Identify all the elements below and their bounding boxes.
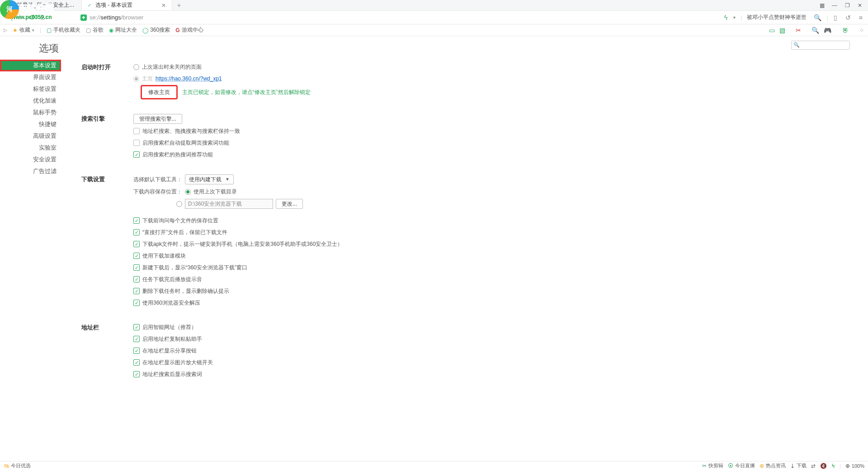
dl-chk-1[interactable]: ✓ — [133, 229, 140, 235]
download-radio-lastdir[interactable] — [185, 189, 191, 195]
download-tool-select[interactable]: 使用内建下载 ▼ — [185, 174, 234, 184]
window-max-button[interactable]: ❐ — [842, 1, 853, 10]
window-close-button[interactable]: ✕ — [854, 1, 865, 10]
startup-radio-lastsession-label: 上次退出时未关闭的页面 — [142, 62, 202, 71]
home-button[interactable]: ⌂ — [38, 14, 47, 22]
section-startup-label: 启动时打开 — [81, 62, 133, 101]
startup-radio-homepage-label: 主页 — [142, 74, 153, 83]
bookmark-item-0[interactable]: ▢手机收藏夹 — [47, 26, 80, 34]
bookmark-fav-label: 收藏 — [19, 26, 30, 34]
section-download-label: 下载设置 — [81, 174, 133, 310]
download-path-input[interactable] — [185, 199, 273, 209]
url-text: se://settings/browser — [90, 14, 143, 21]
ab-chk-2[interactable]: ✓ — [133, 348, 140, 354]
speed-icon[interactable]: ϟ — [724, 14, 728, 21]
bookmark-fav[interactable]: ★ 收藏 ▾ — [13, 26, 34, 34]
scissors-icon[interactable]: ✂ — [796, 27, 801, 34]
download-radio-lastdir-label: 使用上次下载目录 — [193, 187, 237, 196]
url-box[interactable]: ✚ se://settings/browser — [80, 13, 143, 23]
phone-folder-icon: ▢ — [47, 27, 52, 33]
modify-homepage-button[interactable]: 修改主页 — [142, 86, 177, 99]
ab-chk-1[interactable]: ✓ — [133, 336, 140, 342]
address-right-cluster: ϟ ▾ | 被邓小平点赞财神爷逝世 🔍 | ▯ ↺ ≡ — [724, 14, 865, 21]
search-chk-hotwords[interactable]: ✓ — [133, 151, 140, 158]
dl-chk-2[interactable]: ✓ — [133, 241, 140, 247]
window-grid-button[interactable]: ▦ — [816, 1, 827, 10]
bookmark-item-4[interactable]: G游戏中心 — [175, 26, 203, 34]
download-change-path-button[interactable]: 更改... — [276, 199, 303, 209]
search-icon[interactable]: 🔍 — [811, 14, 824, 21]
section-search-label: 搜索引擎 — [81, 114, 133, 162]
forward-button[interactable]: 〉 — [16, 13, 27, 22]
bookmark-item-3[interactable]: ◯360搜索 — [142, 26, 170, 34]
tab-1[interactable]: ✓ 选项 - 基本设置 ✕ — [82, 0, 172, 10]
phone-icon[interactable]: ▯ — [831, 14, 840, 21]
sidebar-item-lab[interactable]: 实验室 — [0, 142, 61, 154]
address-bar: 〈 〉 ⟳ ⌂ ✚ se://settings/browser ϟ ▾ | 被邓… — [0, 11, 868, 24]
news-ticker[interactable]: 被邓小平点赞财神爷逝世 — [745, 14, 808, 21]
bookmark-item-1[interactable]: ▢谷歌 — [86, 26, 104, 34]
gamepad-icon[interactable]: 🎮 — [824, 27, 831, 34]
sidebar-item-speed[interactable]: 优化加速 — [0, 95, 61, 107]
download-radio-custompath[interactable] — [176, 201, 182, 207]
settings-search: 🔍 — [791, 41, 850, 50]
window-controls: ▦ — ❐ ✕ — [816, 1, 868, 10]
back-button[interactable]: 〈 — [3, 11, 15, 24]
screenshot-icon[interactable]: ▧ — [779, 27, 785, 34]
dl-chk-5[interactable]: ✓ — [133, 276, 140, 282]
section-addressbar-label: 地址栏 — [81, 323, 133, 381]
search-ext-icon[interactable]: 🔍 — [811, 27, 819, 34]
bookmark-item-2[interactable]: ◉网址大全 — [109, 26, 137, 34]
manage-search-engines-button[interactable]: 管理搜索引擎... — [133, 114, 182, 124]
tab-1-close-icon[interactable]: ✕ — [160, 2, 167, 9]
game-icon: G — [175, 27, 179, 33]
dl-chk-6[interactable]: ✓ — [133, 288, 140, 294]
sidebar-item-advanced[interactable]: 高级设置 — [0, 130, 61, 142]
menu-icon[interactable]: ≡ — [856, 14, 865, 21]
bookmark-chevron-icon[interactable]: ▷ — [4, 28, 7, 33]
new-tab-button[interactable]: ＋ — [172, 1, 186, 9]
reload-button[interactable]: ⟳ — [28, 13, 38, 22]
nav-buttons: 〈 〉 ⟳ ⌂ — [3, 11, 75, 24]
ab-chk-4[interactable]: ✓ — [133, 371, 140, 377]
dl-chk-4[interactable]: ✓ — [133, 264, 140, 271]
undo-icon[interactable]: ↺ — [843, 14, 854, 21]
lock-icon: ✚ — [80, 14, 87, 21]
dl-chk-7[interactable]: ✓ — [133, 300, 140, 306]
section-search: 搜索引擎 管理搜索引擎... ✓地址栏搜索、拖拽搜索与搜索栏保持一致 ✓启用搜索… — [81, 114, 850, 162]
page-title: 选项 — [39, 42, 59, 55]
shield-icon[interactable]: ⛨ — [842, 27, 849, 34]
sidebar-item-ui[interactable]: 界面设置 — [0, 71, 61, 83]
dropdown-icon[interactable]: ▾ — [731, 15, 738, 20]
tab-0-title: 360导航_新一代安全上网导航 — [14, 1, 77, 9]
sidebar-item-mouse[interactable]: 鼠标手势 — [0, 107, 61, 118]
sidebar-item-adblock[interactable]: 广告过滤 — [0, 165, 61, 177]
dl-chk-3[interactable]: ✓ — [133, 253, 140, 259]
apps-icon[interactable]: ⁘ — [859, 27, 864, 34]
sidebar-item-security[interactable]: 安全设置 — [0, 154, 61, 165]
bookmark-bar: ▷ ★ 收藏 ▾ | ▢手机收藏夹 ▢谷歌 ◉网址大全 ◯360搜索 G游戏中心… — [0, 24, 868, 36]
startup-radio-homepage[interactable] — [133, 76, 139, 82]
search-chk-extract[interactable]: ✓ — [133, 140, 140, 146]
ab-chk-3[interactable]: ✓ — [133, 359, 140, 366]
settings-search-input[interactable] — [791, 41, 850, 50]
homepage-lock-hint: 主页已锁定，如需修改，请点“修改主页”然后解除锁定 — [182, 88, 311, 97]
settings-page: 选项 🔍 基本设置 界面设置 标签设置 优化加速 鼠标手势 快捷键 高级设置 实… — [0, 36, 868, 461]
download-save-label: 下载内容保存位置： — [133, 187, 182, 196]
caret-down-icon: ▼ — [225, 175, 230, 184]
startup-radio-lastsession[interactable] — [133, 64, 139, 70]
folder-icon: ▢ — [86, 27, 91, 33]
search-engine-icon: ◯ — [142, 27, 148, 33]
sidebar-item-shortcut[interactable]: 快捷键 — [0, 118, 61, 130]
star-icon: ★ — [13, 27, 18, 33]
dl-chk-0[interactable]: ✓ — [133, 217, 140, 224]
ab-chk-0[interactable]: ✓ — [133, 324, 140, 330]
startup-homepage-url[interactable]: https://hao.360.cn/?wd_xp1 — [156, 74, 222, 83]
window-min-button[interactable]: — — [829, 1, 840, 10]
sidebar-item-basic[interactable]: 基本设置 — [0, 60, 61, 71]
translate-icon[interactable]: ▭ — [769, 27, 775, 34]
search-chk-sync[interactable]: ✓ — [133, 128, 140, 134]
tab-strip: ✹ 360导航_新一代安全上网导航 ✓ 选项 - 基本设置 ✕ ＋ ▦ — ❐ … — [0, 0, 868, 11]
tab-0[interactable]: ✹ 360导航_新一代安全上网导航 — [0, 0, 82, 10]
sidebar-item-tabs[interactable]: 标签设置 — [0, 83, 61, 95]
